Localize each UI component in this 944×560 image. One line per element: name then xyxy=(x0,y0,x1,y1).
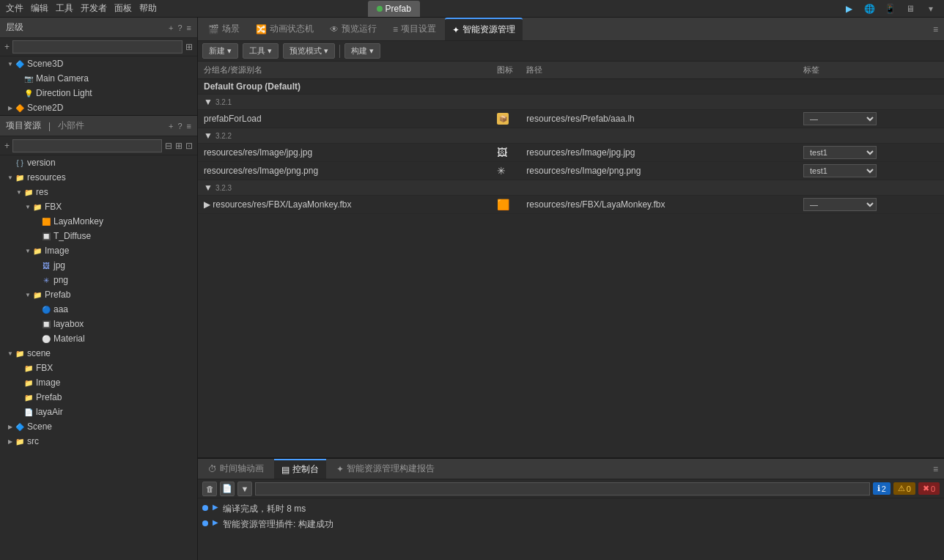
hierarchy-add-icon[interactable]: + xyxy=(169,23,173,32)
row-prefabforload-tag[interactable]: — test1 xyxy=(797,110,944,128)
asset-res[interactable]: ▼ 📁 res xyxy=(0,185,197,199)
warn-badge[interactable]: ⚠ 0 xyxy=(893,482,915,495)
menu-edit[interactable]: 编辑 xyxy=(31,2,48,15)
layabox-label: layabox xyxy=(54,319,84,329)
asset-add-btn[interactable]: + xyxy=(4,141,10,151)
row-jpg[interactable]: resources/res/Image/jpg.jpg 🖼 resources/… xyxy=(198,144,944,162)
tools-button[interactable]: 工具 ▾ xyxy=(243,43,279,59)
tab-preview[interactable]: 👁 预览运行 xyxy=(322,18,384,40)
asset-search-input[interactable] xyxy=(12,139,162,152)
preview-button[interactable]: 预览模式 ▾ xyxy=(283,43,335,59)
tree-scene2d[interactable]: ▶ 🔶 Scene2D xyxy=(0,100,197,115)
globe-button[interactable]: 🌐 xyxy=(862,1,877,16)
bottom-tab-menu[interactable]: ≡ xyxy=(930,461,941,477)
section-322[interactable]: ▼ 3.2.2 xyxy=(198,128,944,144)
tab-build-report[interactable]: ✦ 智能资源管理构建报告 xyxy=(329,459,442,479)
scene3d-arrow[interactable]: ▼ xyxy=(6,59,15,68)
asset-scene-image[interactable]: 📁 Image xyxy=(0,375,197,390)
tab-settings[interactable]: ≡ 项目设置 xyxy=(386,18,443,40)
tab-console[interactable]: ▤ 控制台 xyxy=(274,459,326,479)
hierarchy-search-input[interactable] xyxy=(12,40,182,54)
tab-timeline[interactable]: ⏱ 时间轴动画 xyxy=(201,459,271,479)
menu-file[interactable]: 文件 xyxy=(6,2,23,15)
asset-prefab-folder[interactable]: ▼ 📁 Prefab xyxy=(0,287,197,302)
row-prefabforload[interactable]: prefabForLoad 📦 resources/res/Prefab/aaa… xyxy=(198,110,944,128)
row-jpg-path: resources/res/Image/jpg.jpg xyxy=(520,144,797,162)
scene2d-arrow[interactable]: ▶ xyxy=(6,103,15,112)
tab-animation[interactable]: 🔀 动画状态机 xyxy=(248,18,321,40)
tab-scene[interactable]: 🎬 场景 xyxy=(201,18,247,40)
fbx-expand-arrow[interactable]: ▶ xyxy=(204,199,210,210)
menu-dev[interactable]: 开发者 xyxy=(81,2,107,15)
tree-direction-light[interactable]: 💡 Direction Light xyxy=(0,86,197,100)
phone-button[interactable]: 📱 xyxy=(882,1,897,16)
asset-layabox[interactable]: 🔲 layabox xyxy=(0,317,197,331)
asset-aaa[interactable]: 🔵 aaa xyxy=(0,302,197,317)
asset-layaair[interactable]: 📄 layaAir xyxy=(0,405,197,419)
new-button[interactable]: 新建 ▾ xyxy=(202,43,238,59)
row-jpg-tag[interactable]: test1 — xyxy=(797,144,944,162)
asset-resources[interactable]: ▼ 📁 resources xyxy=(0,170,197,185)
asset-scene-prefab[interactable]: 📁 Prefab xyxy=(0,390,197,405)
asset-menu-icon[interactable]: ≡ xyxy=(187,122,191,130)
log-text-1: 智能资源管理插件: 构建成功 xyxy=(223,518,333,531)
section-322-name: ▼ 3.2.2 xyxy=(204,130,938,141)
asset-help-icon[interactable]: ? xyxy=(177,122,182,130)
jpg-tag-select[interactable]: test1 — xyxy=(803,146,877,159)
asset-fbx-folder[interactable]: ▼ 📁 FBX xyxy=(0,199,197,214)
build-button[interactable]: 构建 ▾ xyxy=(344,43,380,59)
filter-icon[interactable]: ⊟ xyxy=(165,141,172,151)
menu-tools[interactable]: 工具 xyxy=(56,2,73,15)
error-badge[interactable]: ✖ 0 xyxy=(918,482,940,495)
asset-layamonkey[interactable]: 🟧 LayaMonkey xyxy=(0,214,197,229)
asset-png[interactable]: ✳ png xyxy=(0,273,197,287)
asset-src[interactable]: ▶ 📁 src xyxy=(0,434,197,449)
fbx-tag-select[interactable]: — test1 xyxy=(803,198,877,211)
asset-scene-folder[interactable]: ▼ 📁 scene xyxy=(0,346,197,361)
row-fbx[interactable]: ▶ resources/res/FBX/LayaMonkey.fbx 🟧 res… xyxy=(198,196,944,214)
asset-version[interactable]: { } version xyxy=(0,155,197,170)
expand-icon[interactable]: ⊡ xyxy=(185,141,193,151)
save-log-btn[interactable]: 📄 xyxy=(220,482,235,496)
filter-log-btn[interactable]: ▼ xyxy=(237,482,252,496)
png-label: png xyxy=(54,275,68,285)
row-png[interactable]: resources/res/Image/png.png ✳ resources/… xyxy=(198,162,944,180)
hierarchy-help-icon[interactable]: ? xyxy=(177,23,182,32)
console-search-input[interactable] xyxy=(255,482,870,495)
info-badge[interactable]: ℹ 2 xyxy=(873,482,890,495)
png-tag-select[interactable]: test1 — xyxy=(803,164,877,177)
grid-icon[interactable]: ⊞ xyxy=(175,141,182,151)
row-png-tag[interactable]: test1 — xyxy=(797,162,944,180)
asset-scene-node[interactable]: ▶ 🔷 Scene xyxy=(0,419,197,434)
row-fbx-tag[interactable]: — test1 xyxy=(797,196,944,214)
dropdown-button[interactable]: ▾ xyxy=(923,1,938,16)
asset-add-icon[interactable]: + xyxy=(169,122,173,130)
hierarchy-expand-icon[interactable]: ⊞ xyxy=(185,42,193,52)
menu-bar[interactable]: 文件 编辑 工具 开发者 面板 帮助 xyxy=(6,2,157,15)
asset-scene-fbx[interactable]: 📁 FBX xyxy=(0,361,197,375)
bottom-tab-bar: ⏱ 时间轴动画 ▤ 控制台 ✦ 智能资源管理构建报告 ≡ xyxy=(198,459,944,479)
jpg-icon: 🖼 xyxy=(41,260,51,270)
section-321[interactable]: ▼ 3.2.1 xyxy=(198,95,944,110)
tree-scene3d[interactable]: ▼ 🔷 Scene3D xyxy=(0,56,197,71)
asset-tdiffuse[interactable]: 🔲 T_Diffuse xyxy=(0,229,197,243)
play-button[interactable]: ▶ xyxy=(841,1,856,16)
menu-help[interactable]: 帮助 xyxy=(139,2,157,15)
hierarchy-menu-icon[interactable]: ≡ xyxy=(187,23,191,32)
tab-menu-button[interactable]: ≡ xyxy=(930,21,941,37)
hierarchy-add-btn[interactable]: + xyxy=(4,42,10,52)
build-report-label: 智能资源管理构建报告 xyxy=(347,463,435,475)
menu-panel[interactable]: 面板 xyxy=(114,2,132,15)
tab-asset-manager[interactable]: ✦ 智能资源管理 xyxy=(445,18,523,40)
prefab-tab[interactable]: Prefab xyxy=(368,1,420,17)
asset-image-folder[interactable]: ▼ 📁 Image xyxy=(0,243,197,258)
prefabforload-tag-select[interactable]: — test1 xyxy=(803,112,877,125)
section-323[interactable]: ▼ 3.2.3 xyxy=(198,180,944,196)
clear-console-btn[interactable]: 🗑 xyxy=(202,482,217,496)
asset-jpg[interactable]: 🖼 jpg xyxy=(0,258,197,273)
timeline-label: 时间轴动画 xyxy=(220,463,264,475)
scene-node-icon: 🔷 xyxy=(15,421,25,432)
monitor-button[interactable]: 🖥 xyxy=(903,1,918,16)
asset-material[interactable]: ⚪ Material xyxy=(0,331,197,346)
tree-main-camera[interactable]: 📷 Main Camera xyxy=(0,71,197,86)
